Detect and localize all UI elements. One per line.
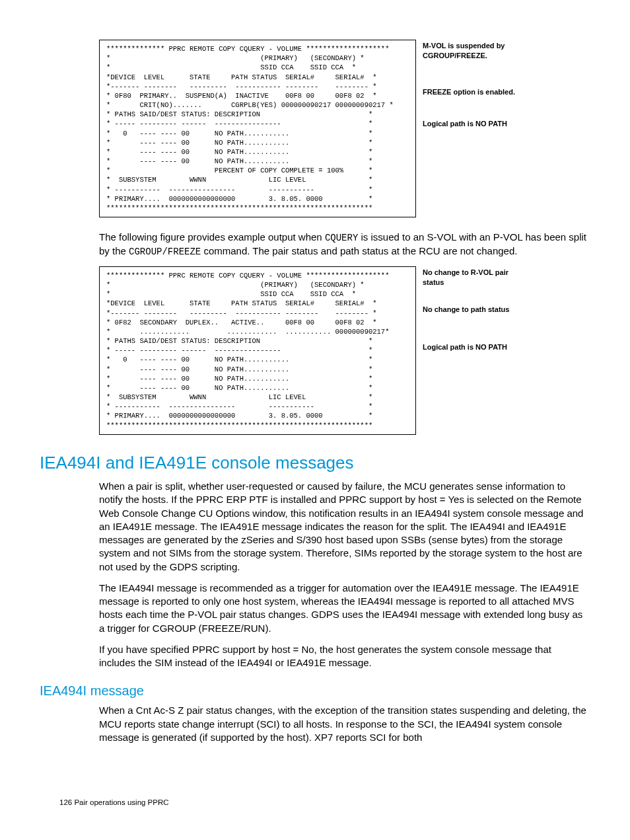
heading-console-messages: IEA494I and IEA491E console messages bbox=[40, 451, 590, 475]
annotation-no-change-path: No change to path status bbox=[423, 305, 528, 315]
figure-svol-cquery: ************** PPRC REMOTE COPY CQUERY -… bbox=[99, 266, 590, 435]
terminal-output-1: ************** PPRC REMOTE COPY CQUERY -… bbox=[99, 40, 416, 217]
heading-iea494i: IEA494I message bbox=[40, 681, 590, 700]
annotation-freeze-enabled: FREEZE option is enabled. bbox=[423, 87, 528, 97]
annotation-logical-path-1: Logical path is NO PATH bbox=[423, 119, 528, 129]
terminal-output-2: ************** PPRC REMOTE COPY CQUERY -… bbox=[99, 266, 416, 435]
figure-pvol-cquery: ************** PPRC REMOTE COPY CQUERY -… bbox=[99, 40, 590, 217]
page-footer: 126 Pair operations using PPRC bbox=[40, 797, 590, 808]
paragraph-console-3: If you have specified PPRC support by ho… bbox=[99, 643, 590, 670]
annotation-logical-path-2: Logical path is NO PATH bbox=[423, 342, 528, 352]
paragraph-console-1: When a pair is split, whether user-reque… bbox=[99, 480, 590, 574]
annotation-mvol-suspended: M-VOL is suspended by CGROUP/FREEZE. bbox=[423, 41, 528, 61]
annotation-no-change-rvol: No change to R-VOL pair status bbox=[423, 268, 528, 288]
paragraph-intro-svol: The following figure provides example ou… bbox=[99, 231, 590, 258]
paragraph-console-2: The IEA494I message is recommended as a … bbox=[99, 582, 590, 635]
paragraph-iea494i: When a Cnt Ac-S Z pair status changes, w… bbox=[99, 704, 590, 744]
